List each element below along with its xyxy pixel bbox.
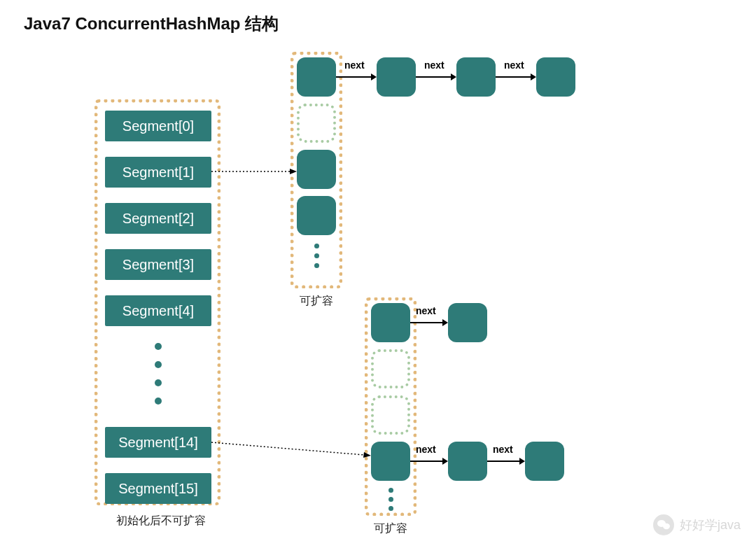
segment-ellipsis: [105, 343, 211, 405]
bucket-slot-empty: [371, 349, 410, 388]
svg-marker-5: [531, 73, 536, 80]
watermark-text: 好好学java: [680, 517, 741, 533]
diagram-title: Java7 ConcurrentHashMap 结构: [24, 13, 279, 35]
bucket-node: [297, 150, 336, 189]
list-node: [536, 57, 575, 97]
bucket-caption-2: 可扩容: [365, 521, 416, 536]
list-node: [377, 57, 416, 97]
svg-marker-7: [290, 169, 297, 174]
bucket-node: [371, 303, 410, 342]
arrow-next: [336, 70, 377, 84]
next-label: next: [504, 59, 524, 71]
list-node: [525, 442, 564, 481]
arrow-next: [416, 70, 456, 84]
segment-14: Segment[14]: [105, 427, 211, 458]
wechat-icon: [653, 514, 674, 535]
svg-point-17: [663, 524, 670, 529]
segment-caption: 初始化后不可扩容: [102, 514, 220, 528]
next-label: next: [424, 59, 444, 71]
bucket-node: [371, 442, 410, 481]
next-label: next: [416, 444, 436, 455]
list-node: [448, 303, 487, 342]
bucket-node: [297, 196, 336, 235]
bucket-node: [297, 57, 336, 97]
segment-15: Segment[15]: [105, 473, 211, 504]
segment-2: Segment[2]: [105, 203, 211, 234]
arrow-next: [487, 454, 525, 468]
segment-0: Segment[0]: [105, 111, 211, 141]
bucket-slot-empty: [297, 104, 336, 143]
arrow-next: [496, 70, 536, 84]
segment-4: Segment[4]: [105, 295, 211, 326]
next-label: next: [344, 59, 365, 71]
bucket-ellipsis: [371, 488, 410, 511]
segment-1: Segment[1]: [105, 157, 211, 188]
watermark: 好好学java: [653, 514, 741, 535]
pointer-seg1: [211, 164, 297, 178]
arrow-next: [410, 454, 448, 468]
next-label: next: [416, 305, 436, 316]
svg-marker-3: [451, 73, 456, 80]
bucket-ellipsis: [297, 244, 336, 268]
arrow-next: [410, 316, 448, 330]
bucket-slot-empty: [371, 395, 410, 435]
svg-marker-15: [363, 452, 371, 458]
bucket-caption-1: 可扩容: [290, 294, 342, 309]
pointer-seg14: [211, 434, 371, 462]
svg-marker-11: [442, 458, 448, 465]
svg-marker-9: [442, 319, 448, 326]
list-node: [448, 442, 487, 481]
svg-marker-1: [371, 73, 377, 80]
list-node: [456, 57, 496, 97]
svg-line-14: [211, 442, 364, 455]
svg-marker-13: [519, 458, 525, 465]
next-label: next: [493, 444, 513, 455]
segment-3: Segment[3]: [105, 249, 211, 280]
